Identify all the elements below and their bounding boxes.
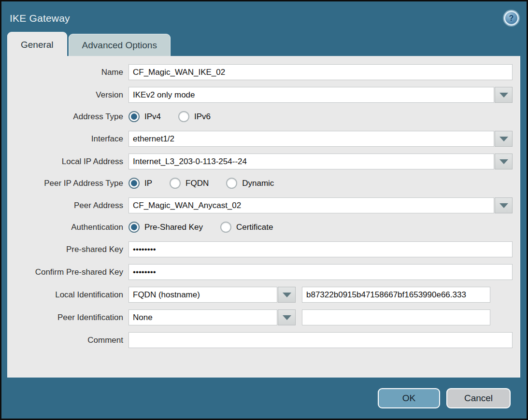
authentication-radio-group: Pre-Shared Key Certificate — [128, 222, 290, 233]
ike-gateway-dialog: { "dialog": { "title": "IKE Gateway", "a… — [0, 0, 528, 420]
local-identification-value-input[interactable] — [302, 287, 490, 303]
peer-ip-address-type-radio-group: IP FQDN Dynamic — [128, 178, 291, 189]
address-type-row: Address Type IPv4 IPv6 — [8, 110, 520, 124]
address-type-radio-group: IPv4 IPv6 — [128, 111, 228, 122]
tab-bar: General Advanced Options — [7, 32, 527, 56]
authentication-label: Authentication — [8, 223, 128, 232]
peer-identification-type-input[interactable] — [128, 309, 277, 325]
version-select — [128, 87, 513, 103]
comment-row: Comment — [8, 332, 520, 348]
dialog-title: IKE Gateway — [10, 13, 70, 24]
pre-shared-key-input[interactable] — [128, 241, 513, 257]
radio-option-certificate[interactable]: Certificate — [220, 222, 273, 233]
local-ip-address-input[interactable] — [128, 154, 494, 169]
radio-option-dynamic[interactable]: Dynamic — [226, 178, 274, 189]
name-label: Name — [8, 68, 128, 77]
name-input[interactable] — [128, 64, 513, 80]
chevron-down-icon — [499, 203, 508, 208]
peer-identification-type-select — [128, 309, 296, 325]
peer-address-dropdown-button[interactable] — [495, 197, 513, 213]
tab-advanced-options[interactable]: Advanced Options — [69, 34, 171, 56]
radio-option-ip[interactable]: IP — [128, 178, 152, 189]
radio-option-fqdn[interactable]: FQDN — [170, 178, 209, 189]
confirm-pre-shared-key-label: Confirm Pre-shared Key — [8, 267, 128, 277]
interface-dropdown-button[interactable] — [495, 131, 513, 147]
version-input[interactable] — [128, 87, 494, 103]
chevron-down-icon — [499, 93, 508, 98]
confirm-pre-shared-key-row: Confirm Pre-shared Key — [8, 264, 520, 280]
tab-general-label: General — [21, 40, 54, 50]
peer-ip-address-type-row: Peer IP Address Type IP FQDN Dynamic — [8, 176, 520, 190]
confirm-pre-shared-key-input[interactable] — [128, 264, 513, 280]
local-identification-type-input[interactable] — [128, 287, 277, 303]
question-mark-glyph: ? — [509, 14, 514, 23]
interface-input[interactable] — [128, 131, 494, 147]
radio-fqdn-label: FQDN — [186, 179, 209, 188]
chevron-down-icon — [283, 293, 291, 297]
radio-option-ipv4[interactable]: IPv4 — [128, 111, 161, 122]
tab-general[interactable]: General — [7, 32, 67, 56]
pre-shared-key-label: Pre-shared Key — [8, 245, 128, 254]
dialog-titlebar: IKE Gateway ? — [1, 1, 527, 32]
local-identification-label: Local Identification — [8, 290, 128, 300]
peer-identification-label: Peer Identification — [8, 313, 128, 322]
peer-identification-dropdown-button[interactable] — [278, 309, 296, 325]
version-label: Version — [8, 90, 128, 100]
ok-button[interactable]: OK — [378, 388, 440, 408]
local-ip-address-dropdown-button[interactable] — [495, 154, 513, 169]
peer-address-input[interactable] — [128, 197, 494, 213]
dialog-footer: OK Cancel — [1, 378, 527, 419]
radio-ip-label: IP — [144, 179, 152, 188]
comment-input[interactable] — [128, 332, 513, 348]
chevron-down-icon — [499, 137, 508, 141]
peer-identification-value-input[interactable] — [302, 309, 490, 325]
address-type-label: Address Type — [8, 112, 128, 122]
peer-address-label: Peer Address — [8, 201, 128, 210]
help-icon[interactable]: ? — [504, 11, 519, 26]
authentication-row: Authentication Pre-Shared Key Certificat… — [8, 220, 520, 234]
radio-dynamic[interactable] — [226, 178, 237, 189]
radio-option-pre-shared-key[interactable]: Pre-Shared Key — [128, 222, 203, 233]
version-row: Version — [8, 87, 520, 103]
radio-ip[interactable] — [128, 178, 140, 189]
version-dropdown-button[interactable] — [495, 87, 513, 103]
radio-pre-shared-key[interactable] — [128, 222, 140, 233]
radio-ipv4[interactable] — [128, 111, 140, 122]
tab-advanced-options-label: Advanced Options — [82, 40, 157, 50]
peer-address-row: Peer Address — [8, 197, 520, 213]
local-ip-address-row: Local IP Address — [8, 154, 520, 169]
peer-identification-row: Peer Identification — [8, 309, 520, 325]
local-identification-type-select — [128, 287, 296, 303]
peer-address-select — [128, 197, 513, 213]
interface-select — [128, 131, 513, 147]
radio-pre-shared-key-label: Pre-Shared Key — [144, 223, 203, 232]
radio-ipv6[interactable] — [178, 111, 189, 122]
radio-certificate[interactable] — [220, 222, 231, 233]
name-row: Name — [8, 64, 520, 80]
chevron-down-icon — [499, 159, 508, 164]
local-ip-address-label: Local IP Address — [8, 157, 128, 167]
cancel-button[interactable]: Cancel — [446, 388, 511, 408]
interface-row: Interface — [8, 131, 520, 147]
radio-fqdn[interactable] — [170, 178, 181, 189]
radio-option-ipv6[interactable]: IPv6 — [178, 111, 211, 122]
radio-certificate-label: Certificate — [236, 223, 273, 232]
general-tab-panel: Name Version Address Type IPv4 IPv6 Inte… — [7, 56, 520, 378]
comment-label: Comment — [8, 336, 128, 345]
pre-shared-key-row: Pre-shared Key — [8, 241, 520, 257]
local-identification-dropdown-button[interactable] — [278, 287, 296, 303]
radio-dynamic-label: Dynamic — [242, 179, 274, 188]
chevron-down-icon — [283, 315, 291, 320]
local-identification-row: Local Identification — [8, 287, 520, 303]
radio-ipv4-label: IPv4 — [144, 112, 161, 122]
peer-ip-address-type-label: Peer IP Address Type — [8, 179, 128, 188]
local-ip-address-select — [128, 154, 513, 169]
interface-label: Interface — [8, 134, 128, 144]
radio-ipv6-label: IPv6 — [194, 112, 211, 122]
